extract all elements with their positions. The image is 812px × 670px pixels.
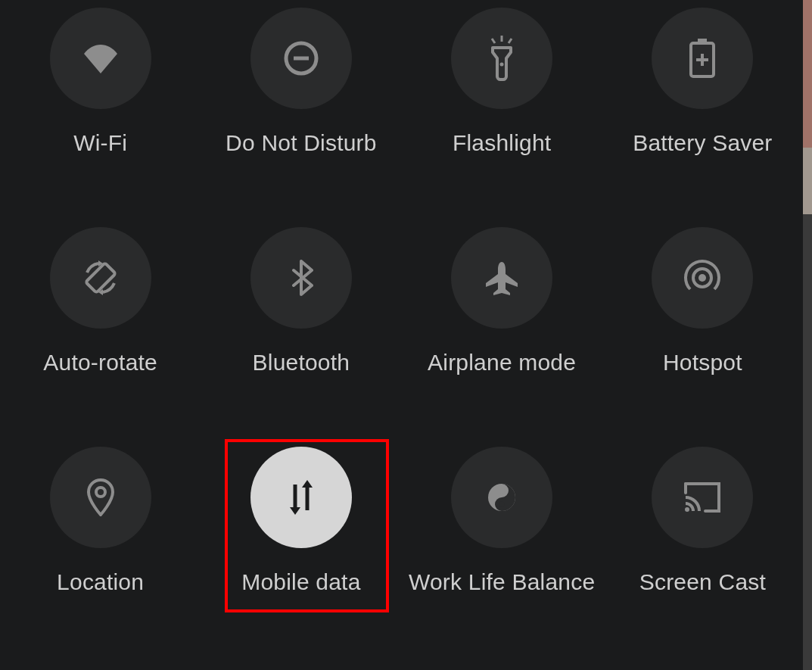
- flashlight-icon: [451, 8, 552, 109]
- svg-marker-17: [290, 507, 300, 515]
- svg-line-4: [509, 39, 512, 43]
- svg-line-3: [492, 39, 495, 43]
- tile-flashlight[interactable]: Flashlight: [402, 0, 602, 220]
- svg-point-21: [499, 488, 505, 494]
- tile-mobile-data[interactable]: Mobile data: [201, 439, 401, 659]
- tile-label: Airplane mode: [428, 350, 576, 376]
- tile-label: Wi-Fi: [73, 130, 127, 156]
- wifi-icon: [50, 8, 151, 109]
- tile-label: Do Not Disturb: [226, 130, 377, 156]
- tile-location[interactable]: Location: [0, 439, 201, 659]
- tile-battery-saver[interactable]: Battery Saver: [602, 0, 803, 220]
- tile-hotspot[interactable]: Hotspot: [602, 220, 803, 439]
- tile-label: Hotspot: [663, 350, 742, 376]
- background-strip: [803, 0, 812, 670]
- tile-label: Bluetooth: [253, 350, 350, 376]
- svg-point-22: [499, 502, 505, 507]
- mobile-data-icon: [250, 447, 352, 548]
- svg-marker-19: [302, 480, 313, 488]
- screen-cast-icon: [652, 447, 753, 548]
- tile-label: Mobile data: [241, 569, 360, 595]
- svg-point-13: [698, 274, 706, 282]
- tile-bluetooth[interactable]: Bluetooth: [201, 220, 401, 439]
- tile-label: Location: [57, 569, 144, 595]
- bluetooth-icon: [250, 227, 352, 329]
- quick-settings-grid: Wi-Fi Do Not Disturb Flas: [0, 0, 803, 659]
- tile-screen-cast[interactable]: Screen Cast: [602, 439, 803, 659]
- tile-auto-rotate[interactable]: Auto-rotate: [0, 220, 201, 439]
- tile-label: Work Life Balance: [409, 569, 595, 595]
- tile-dnd[interactable]: Do Not Disturb: [201, 0, 401, 220]
- tile-wifi[interactable]: Wi-Fi: [0, 0, 201, 220]
- svg-point-15: [96, 488, 105, 497]
- hotspot-icon: [652, 227, 753, 329]
- tile-label: Flashlight: [453, 130, 551, 156]
- airplane-icon: [451, 227, 552, 329]
- battery-saver-icon: [652, 8, 753, 109]
- tile-work-life[interactable]: Work Life Balance: [402, 439, 602, 659]
- tile-label: Screen Cast: [639, 569, 766, 595]
- dnd-icon: [250, 8, 352, 109]
- svg-point-23: [685, 507, 689, 512]
- svg-point-5: [500, 63, 504, 67]
- location-icon: [50, 447, 151, 548]
- tile-label: Auto-rotate: [43, 350, 157, 376]
- tile-label: Battery Saver: [633, 130, 772, 156]
- quick-settings-panel: Wi-Fi Do Not Disturb Flas: [0, 0, 803, 670]
- auto-rotate-icon: [50, 227, 151, 329]
- work-life-icon: [451, 447, 552, 548]
- tile-airplane[interactable]: Airplane mode: [402, 220, 602, 439]
